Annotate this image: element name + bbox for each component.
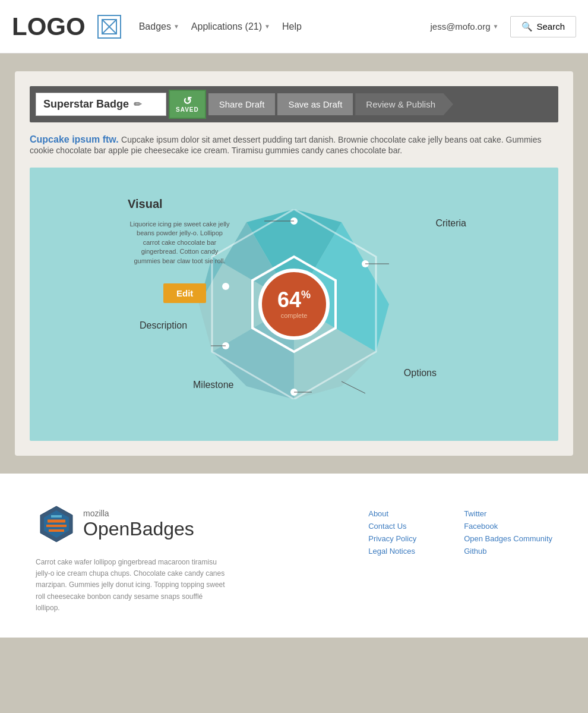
main-nav: Badges ▼ Applications (21) ▼ Help (139, 21, 431, 32)
footer-brand: mozilla OpenBadges (83, 509, 194, 540)
nav-badges[interactable]: Badges ▼ (139, 21, 179, 32)
badges-dropdown-icon: ▼ (173, 23, 179, 30)
percent-number: 64 (277, 289, 301, 311)
options-label: Options (404, 368, 437, 378)
criteria-label: Criteria (435, 218, 466, 229)
footer-link-about[interactable]: About (368, 509, 416, 518)
edit-button[interactable]: Edit (163, 283, 206, 303)
footer-link-facebook[interactable]: Facebook (464, 522, 552, 531)
user-menu[interactable]: jess@mofo.org ▼ (430, 21, 498, 31)
footer-col-1: About Contact Us Privacy Policy Legal No… (368, 509, 416, 556)
badge-toolbar: Superstar Badge ✏ ↺ SAVED Share Draft Sa… (30, 86, 558, 122)
footer: mozilla OpenBadges Carrot cake wafer lol… (0, 474, 588, 638)
header: LOGO Badges ▼ Applications (21) ▼ Help j… (0, 0, 588, 53)
visual-description-text: Liquorice icing pie sweet cake jelly bea… (128, 220, 232, 266)
footer-logo-section: mozilla OpenBadges Carrot cake wafer lol… (36, 503, 226, 614)
pencil-icon[interactable]: ✏ (134, 99, 141, 110)
complete-label: complete (281, 312, 308, 319)
logo-text: LOGO (12, 12, 86, 41)
footer-mozilla-label: mozilla (83, 509, 194, 518)
visual-label: Visual (128, 197, 163, 211)
save-draft-button[interactable]: Save as Draft (277, 93, 353, 115)
logo-badge-icon (101, 18, 118, 35)
saved-button[interactable]: ↺ SAVED (169, 90, 206, 119)
footer-link-legal[interactable]: Legal Notices (368, 547, 416, 556)
nav-applications[interactable]: Applications (21) ▼ (191, 21, 270, 32)
footer-openbadges-label: OpenBadges (83, 518, 194, 540)
footer-logo: mozilla OpenBadges (36, 503, 226, 545)
footer-link-contact[interactable]: Contact Us (368, 522, 416, 531)
openbadges-logo-icon (36, 503, 77, 545)
footer-link-github[interactable]: Github (464, 547, 552, 556)
content-card: Superstar Badge ✏ ↺ SAVED Share Draft Sa… (15, 71, 573, 456)
footer-col-2: Twitter Facebook Open Badges Community G… (464, 509, 552, 556)
footer-link-community[interactable]: Open Badges Community (464, 534, 552, 543)
footer-links-section: About Contact Us Privacy Policy Legal No… (261, 503, 552, 556)
applications-dropdown-icon: ▼ (264, 23, 270, 30)
hex-visualization: 64% complete Visual Liquorice icing pie … (116, 185, 472, 423)
percent-symbol: % (301, 289, 311, 300)
description-section: Cupcake ipsum ftw. Cupcake ipsum dolor s… (30, 134, 558, 156)
completion-circle: 64% complete (258, 269, 330, 340)
description-label: Description (140, 320, 187, 331)
badge-name-label: Superstar Badge (43, 98, 129, 111)
svg-line-20 (342, 381, 365, 393)
footer-description: Carrot cake wafer lollipop gingerbread m… (36, 557, 226, 614)
user-dropdown-icon: ▼ (493, 23, 499, 30)
footer-link-twitter[interactable]: Twitter (464, 509, 552, 518)
milestone-label: Milestone (193, 380, 233, 390)
share-draft-button[interactable]: Share Draft (208, 93, 276, 115)
footer-link-privacy[interactable]: Privacy Policy (368, 534, 416, 543)
search-icon: 🔍 (521, 21, 533, 32)
main-wrapper: Superstar Badge ✏ ↺ SAVED Share Draft Sa… (0, 53, 588, 474)
logo-icon (97, 15, 121, 39)
badge-name-box: Superstar Badge ✏ (36, 93, 166, 116)
search-button[interactable]: 🔍 Search (510, 16, 576, 37)
description-title: Cupcake ipsum ftw. (30, 134, 119, 144)
nav-help[interactable]: Help (282, 21, 302, 32)
review-publish-button[interactable]: Review & Publish (355, 93, 453, 115)
visualization-area: 64% complete Visual Liquorice icing pie … (30, 168, 558, 441)
saved-checkmark-icon: ↺ (183, 96, 192, 106)
svg-point-15 (222, 283, 229, 290)
